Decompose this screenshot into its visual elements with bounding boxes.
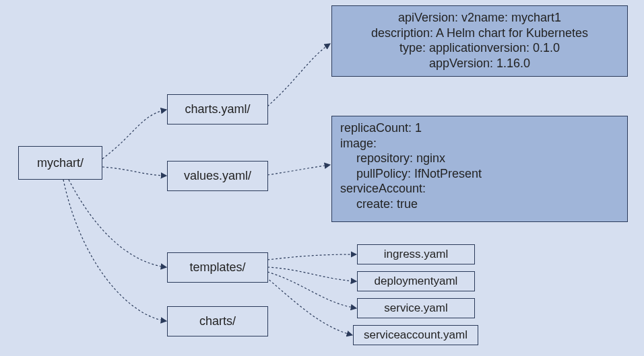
- text-line: repository: nginx: [340, 151, 619, 166]
- text-line: apiVersion: v2name: mychart1: [340, 10, 619, 26]
- node-label: mychart/: [37, 156, 84, 170]
- node-templates: templates/: [167, 252, 268, 283]
- node-label: deploymentyaml: [375, 275, 458, 288]
- node-service-yaml: service.yaml: [357, 298, 475, 318]
- node-values-yaml: values.yaml/: [167, 161, 268, 191]
- node-label: serviceaccount.yaml: [364, 328, 468, 342]
- node-label: templates/: [189, 260, 245, 275]
- node-label: ingress.yaml: [384, 248, 448, 261]
- text-line: image:: [340, 136, 619, 151]
- node-label: service.yaml: [384, 301, 447, 315]
- panel-values-yaml-content: replicaCount: 1 image: repository: nginx…: [331, 116, 628, 222]
- node-label: charts.yaml/: [185, 102, 250, 116]
- node-charts-yaml: charts.yaml/: [167, 94, 268, 124]
- text-line: type: applicationversion: 0.1.0: [340, 40, 619, 56]
- text-line: create: true: [340, 197, 619, 212]
- text-line: replicaCount: 1: [340, 120, 619, 136]
- node-ingress-yaml: ingress.yaml: [357, 244, 475, 264]
- node-label: charts/: [199, 314, 236, 328]
- node-mychart: mychart/: [18, 146, 102, 180]
- text-line: pullPolicy: IfNotPresent: [340, 166, 619, 182]
- text-line: description: A Helm chart for Kubernetes: [340, 26, 619, 41]
- text-line: appVersion: 1.16.0: [340, 56, 619, 71]
- node-charts: charts/: [167, 306, 268, 336]
- text-line: serviceAccount:: [340, 181, 619, 197]
- node-label: values.yaml/: [184, 169, 251, 183]
- node-serviceaccount-yaml: serviceaccount.yaml: [353, 325, 478, 345]
- node-deployment-yaml: deploymentyaml: [357, 271, 475, 291]
- panel-charts-yaml-content: apiVersion: v2name: mychart1 description…: [331, 5, 628, 77]
